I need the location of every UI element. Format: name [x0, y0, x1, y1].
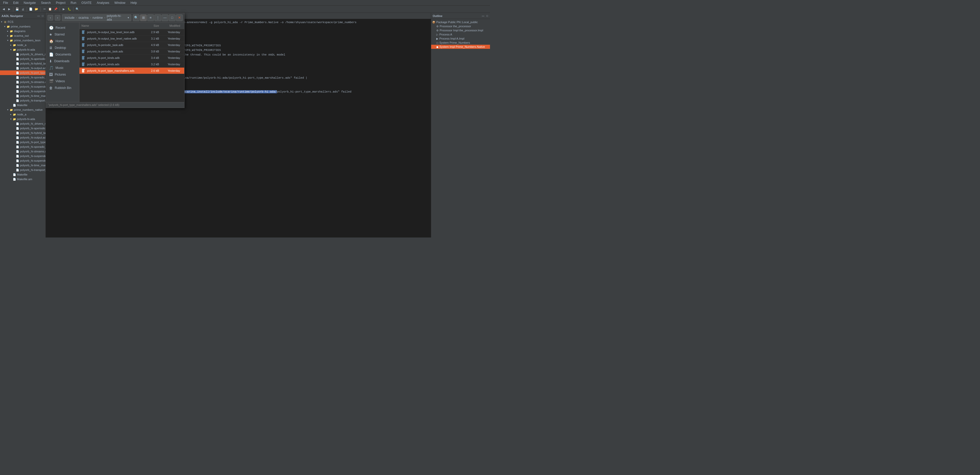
toolbar-cut[interactable]: ✂ [42, 7, 47, 12]
menu-project[interactable]: Project [55, 0, 66, 5]
toolbar-debug[interactable]: 🐛 [67, 7, 72, 12]
sidebar-item-desktop[interactable]: 🖥Desktop [46, 45, 79, 51]
toolbar-run[interactable]: ▶ [61, 7, 66, 12]
tree-item-27[interactable]: 📄polyorb_hi-sporadic_task.adb [0, 145, 46, 149]
outline-item-0[interactable]: 📦Package Public PN::Local_public [431, 20, 490, 24]
menu-edit[interactable]: Edit [12, 0, 19, 5]
tree-item-21[interactable]: ▾📁polyorb-hi-ada [0, 117, 46, 121]
tree-item-2[interactable]: ▸📁diagrams [0, 29, 46, 33]
dialog-grid-view-btn[interactable]: ≡ [147, 14, 154, 21]
toolbar-paste[interactable]: 📌 [53, 7, 58, 12]
tree-item-6[interactable]: ▾📁polyorb-hi-ada [0, 47, 46, 52]
dialog-maximize-btn[interactable]: □ [169, 14, 175, 21]
tree-item-9[interactable]: 📄polyorb_hi-hybrid_task.ads [0, 61, 46, 66]
toolbar-forward[interactable]: ▶ [7, 7, 12, 12]
tree-item-8[interactable]: 📄polyorb_hi-aperiodic_task.adb [0, 57, 46, 61]
tree-item-19[interactable]: ▾📁prime_numbers_native [0, 107, 46, 112]
tree-item-12[interactable]: 📄polyorb_hi-sporadic_task.adb [0, 75, 46, 80]
breadcrumb-include[interactable]: include [63, 16, 76, 19]
dialog-back-btn[interactable]: ‹ [48, 15, 53, 21]
tree-item-13[interactable]: 📄polyorb_hi-streams.ads [0, 80, 46, 84]
file-row-0[interactable]: polyorb_hi-output_low_level_leon.adb2.9 … [80, 29, 184, 35]
dialog-list-view-btn[interactable]: ⊞ [140, 14, 147, 21]
dialog-forward-btn[interactable]: › [55, 15, 60, 21]
tree-item-29[interactable]: 📄polyorb_hi-suspenders.adb [0, 154, 46, 158]
tree-item-30[interactable]: 📄polyorb_hi-suspenders.ads [0, 158, 46, 163]
tree-item-10[interactable]: 📄polyorb_hi-output.adb [0, 66, 46, 70]
navigator-maximize[interactable]: □ [41, 14, 44, 18]
tree-item-4[interactable]: ▾📁prime_numbers_leon [0, 38, 46, 43]
tree-item-5[interactable]: ▸📁node_a [0, 43, 46, 47]
toolbar-save[interactable]: 💾 [14, 7, 20, 12]
sidebar-item-music[interactable]: 🎵Music [46, 65, 79, 71]
menu-analyses[interactable]: Analyses [96, 0, 110, 5]
breadcrumb-ocarina[interactable]: ocarina [77, 16, 90, 19]
menu-file[interactable]: File [2, 0, 9, 5]
file-row-6[interactable]: polyorb_hi-port_type_marshallers.ads2.6 … [80, 68, 184, 74]
toolbar-print[interactable]: 🖨 [20, 7, 25, 12]
tree-item-31[interactable]: 📄polyorb_hi-time_marshallers.ads [0, 163, 46, 167]
tree-item-23[interactable]: 📄polyorb_hi-aperiodic_task.adb [0, 126, 46, 131]
col-modified-header[interactable]: Modified [159, 24, 182, 27]
tree-item-16[interactable]: 📄polyorb_hi-time_marshallers.ads [0, 94, 46, 98]
breadcrumb-runtime[interactable]: runtime [91, 16, 104, 19]
breadcrumb-dropdown-icon[interactable]: ▼ [127, 16, 130, 19]
file-row-1[interactable]: polyorb_hi-output_low_level_native.adb3.… [80, 35, 184, 42]
menu-help[interactable]: Help [129, 0, 138, 5]
tree-item-25[interactable]: 📄polyorb_hi-output.adb [0, 135, 46, 140]
tree-item-33[interactable]: 📄Makefile [0, 172, 46, 177]
toolbar-open[interactable]: 📂 [34, 7, 39, 12]
tree-item-15[interactable]: 📄polyorb_hi-suspenders.ads [0, 89, 46, 94]
tree-item-1[interactable]: ▾📁prime_numbers [0, 24, 46, 29]
sidebar-item-videos[interactable]: 🎬Videos [46, 78, 79, 84]
sidebar-item-rubbish-bin[interactable]: 🗑Rubbish Bin [46, 84, 79, 91]
sidebar-item-pictures[interactable]: 🖼Pictures [46, 71, 79, 78]
tree-item-24[interactable]: 📄polyorb_hi-hybrid_task.ads [0, 131, 46, 135]
menu-run[interactable]: Run [70, 0, 77, 5]
tree-item-0[interactable]: ▾⊞FCS [0, 19, 46, 24]
dialog-search-btn[interactable]: 🔍 [133, 14, 140, 21]
tree-item-14[interactable]: 📄polyorb_hi-suspenders.adb [0, 84, 46, 89]
dialog-minimize-btn[interactable]: — [162, 14, 168, 21]
sidebar-item-recent[interactable]: 🕐Recent [46, 24, 79, 31]
sidebar-item-starred[interactable]: ★Starred [46, 31, 79, 38]
tree-item-17[interactable]: 📄polyorb_hi-transport_low_level.ads [0, 98, 46, 103]
tree-item-28[interactable]: 📄polyorb_hi-streams.ads [0, 149, 46, 154]
col-size-header[interactable]: Size [141, 24, 159, 27]
toolbar-new[interactable]: 📄 [28, 7, 33, 12]
menu-window[interactable]: Window [113, 0, 126, 5]
outline-minimize[interactable]: — [481, 14, 485, 18]
sidebar-item-documents[interactable]: 📄Documents [46, 51, 79, 58]
menu-search[interactable]: Search [40, 0, 52, 5]
dialog-close-btn[interactable]: ✕ [176, 14, 183, 21]
outline-item-1[interactable]: ⚙Processor the_processor [431, 24, 490, 28]
tree-item-34[interactable]: 📄Makefile.am [0, 177, 46, 182]
file-row-2[interactable]: polyorb_hi-periodic_task.adb4.9 kBYester… [80, 42, 184, 48]
dialog-menu-btn[interactable]: ⋮ [154, 14, 161, 21]
file-row-4[interactable]: polyorb_hi-port_kinds.adb3.4 kBYesterday [80, 55, 184, 61]
outline-item-5[interactable]: ◻System Prime_Numbers [431, 41, 490, 45]
toolbar-back[interactable]: ◀ [1, 7, 6, 12]
sidebar-item-downloads[interactable]: ⬇Downloads [46, 58, 79, 65]
file-row-5[interactable]: polyorb_hi-port_kinds.ads3.2 kBYesterday [80, 61, 184, 68]
tree-item-7[interactable]: 📄polyorb_hi_drivers_native_uart.adb [0, 52, 46, 57]
navigator-minimize[interactable]: — [37, 14, 40, 18]
toolbar-search[interactable]: 🔍 [75, 7, 80, 12]
col-name-header[interactable]: Name [81, 24, 141, 27]
sidebar-item-home[interactable]: 🏠Home [46, 38, 79, 45]
tree-item-18[interactable]: 📄Makefile [0, 103, 46, 107]
menu-osate[interactable]: OSATE [80, 0, 93, 5]
outline-item-4[interactable]: ▶Process Impl A.Impl [431, 37, 490, 41]
file-row-3[interactable]: polyorb_hi-periodic_task.ads3.8 kBYester… [80, 48, 184, 55]
outline-item-6[interactable]: ◼System Impl Prime_Numbers.Native [431, 45, 490, 49]
tree-item-26[interactable]: 📄polyorb_hi-port_type_marshallers.ads [0, 140, 46, 145]
tree-item-20[interactable]: ▸📁node_a [0, 112, 46, 117]
tree-item-3[interactable]: ▸📁ocarina_out [0, 33, 46, 38]
toolbar-copy[interactable]: 📋 [48, 7, 52, 12]
outline-item-3[interactable]: ▷Process A [431, 32, 490, 37]
outline-item-2[interactable]: ⚙Processor Impl the_processor.Impl [431, 28, 490, 32]
outline-maximize[interactable]: □ [486, 14, 488, 18]
menu-navigate[interactable]: Navigate [22, 0, 37, 5]
tree-item-11[interactable]: 📄polyorb_hi-port_type_marshallers.ads [0, 70, 46, 75]
tree-item-22[interactable]: 📄polyorb_hi_drivers_native_uart.adb [0, 121, 46, 126]
